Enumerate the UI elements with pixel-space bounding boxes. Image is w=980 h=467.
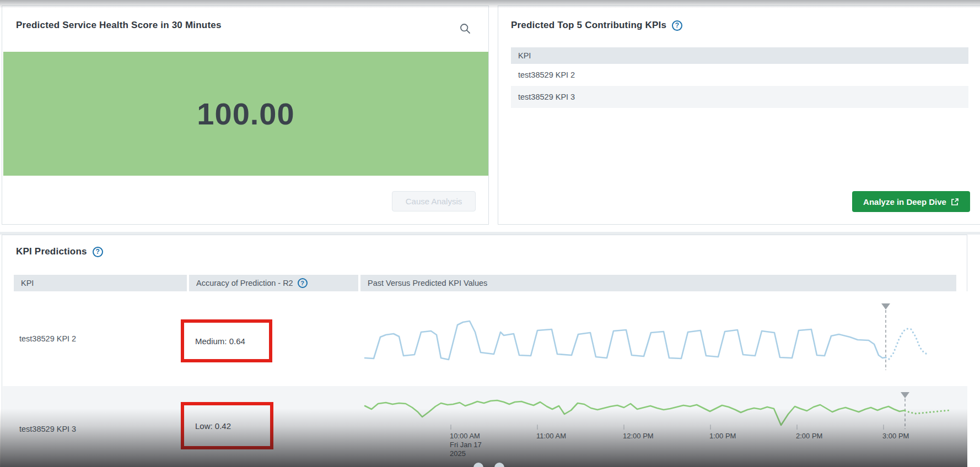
table-column-header: KPI: [511, 47, 968, 64]
panel-health-score: Predicted Service Health Score in 30 Min…: [2, 6, 489, 225]
cause-analysis-button[interactable]: Cause Analysis: [392, 191, 476, 211]
kpi-predictions-title: KPI Predictions ?: [16, 246, 103, 257]
help-icon[interactable]: ?: [93, 247, 103, 257]
panel-title-text: Predicted Service Health Score in 30 Min…: [16, 20, 222, 31]
health-score-value: 100.00: [197, 96, 294, 132]
table-row[interactable]: test38529 KPI 3: [511, 86, 968, 108]
panel-top5-contributing-kpis: Predicted Top 5 Contributing KPIs ? KPI …: [498, 6, 980, 225]
table-row[interactable]: test38529 KPI 2: [511, 64, 968, 86]
itsi-predictive-dashboard: Predicted Service Health Score in 30 Min…: [0, 0, 980, 467]
column-header-kpi: KPI: [14, 275, 187, 291]
health-score-panel-title: Predicted Service Health Score in 30 Min…: [16, 20, 222, 31]
help-icon[interactable]: ?: [672, 20, 682, 31]
search-icon[interactable]: [460, 23, 471, 34]
panel-title-text: KPI Predictions: [16, 246, 87, 257]
kpi-name: test38529 KPI 3: [19, 386, 76, 467]
panel-kpi-predictions: KPI Predictions ? KPI Accuracy of Predic…: [2, 235, 967, 467]
table-row: test38529 KPI 2: [3, 291, 967, 386]
help-icon[interactable]: ?: [298, 278, 308, 288]
table-row: test38529 KPI 3: [3, 386, 967, 467]
top5-panel-title: Predicted Top 5 Contributing KPIs ?: [511, 20, 682, 31]
annotation-red-box: Medium: 0.64: [181, 319, 272, 362]
accuracy-value: Low: 0.42: [184, 421, 231, 431]
external-link-icon: [951, 198, 959, 206]
button-label: Analyze in Deep Dive: [863, 197, 946, 207]
column-header-past-vs-predicted: Past Versus Predicted KPI Values: [360, 275, 956, 291]
accuracy-value: Medium: 0.64: [184, 336, 245, 346]
analyze-in-deep-dive-button[interactable]: Analyze in Deep Dive: [852, 191, 970, 212]
column-header-accuracy: Accuracy of Prediction - R2 ?: [189, 275, 358, 291]
contributing-kpis-table: KPI test38529 KPI 2 test38529 KPI 3: [511, 47, 968, 108]
annotation-red-box: Low: 0.42: [181, 402, 273, 449]
health-score-box: 100.00: [3, 52, 488, 176]
kpi-name: test38529 KPI 2: [19, 291, 76, 386]
panel-title-text: Predicted Top 5 Contributing KPIs: [511, 20, 666, 31]
